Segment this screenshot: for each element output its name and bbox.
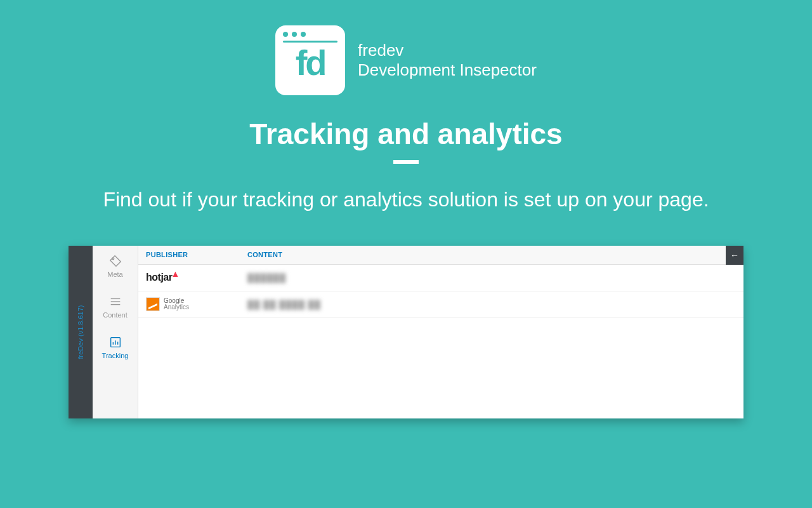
collapse-button[interactable]: ← (726, 246, 743, 265)
sidebar-nav: Meta Content Tracking (93, 246, 138, 418)
sidebar-item-meta[interactable]: Meta (93, 246, 138, 286)
brand-initials: fd (296, 45, 325, 81)
sidebar-label-content: Content (103, 311, 128, 319)
redacted-value: ██·██ ████ ██ (247, 300, 321, 309)
hotjar-logo: hotjar▲ (146, 272, 181, 283)
col-header-publisher: PUBLISHER (146, 251, 247, 258)
brand-header: fd fredev Development Insepector (0, 25, 812, 95)
brand-logo-icon: fd (275, 25, 345, 95)
main-content: PUBLISHER CONTENT ← hotjar▲ ██████ Googl… (138, 246, 743, 418)
ga-icon (146, 297, 160, 311)
publisher-cell: GoogleAnalytics (146, 297, 247, 311)
chart-icon (108, 335, 122, 349)
lines-icon (108, 295, 122, 309)
brand-tagline: Development Insepector (358, 60, 537, 80)
tag-icon (108, 254, 122, 268)
sidebar-label-tracking: Tracking (102, 352, 129, 359)
page-subtitle: Find out if your tracking or analytics s… (82, 185, 730, 214)
version-strip: freDev (v1.8.617) (69, 246, 93, 418)
sidebar-item-tracking[interactable]: Tracking (93, 327, 138, 368)
google-analytics-logo: GoogleAnalytics (146, 297, 189, 311)
sidebar-item-content[interactable]: Content (93, 286, 138, 327)
content-cell: ██████ (247, 272, 736, 283)
content-cell: ██·██ ████ ██ (247, 298, 736, 310)
table-header-row: PUBLISHER CONTENT (138, 246, 743, 265)
title-divider (393, 160, 419, 164)
table-row: GoogleAnalytics ██·██ ████ ██ (138, 291, 743, 318)
arrow-left-icon: ← (730, 250, 739, 260)
brand-name: fredev (358, 41, 537, 60)
svg-point-0 (112, 258, 114, 260)
version-label: freDev (v1.8.617) (77, 305, 84, 359)
table-row: hotjar▲ ██████ (138, 265, 743, 291)
redacted-value: ██████ (247, 273, 286, 283)
sidebar-label-meta: Meta (107, 271, 122, 278)
page-title: Tracking and analytics (0, 117, 812, 151)
publisher-cell: hotjar▲ (146, 272, 247, 283)
col-header-content: CONTENT (247, 251, 736, 258)
inspector-panel: freDev (v1.8.617) Meta Content Tracking … (69, 246, 743, 418)
